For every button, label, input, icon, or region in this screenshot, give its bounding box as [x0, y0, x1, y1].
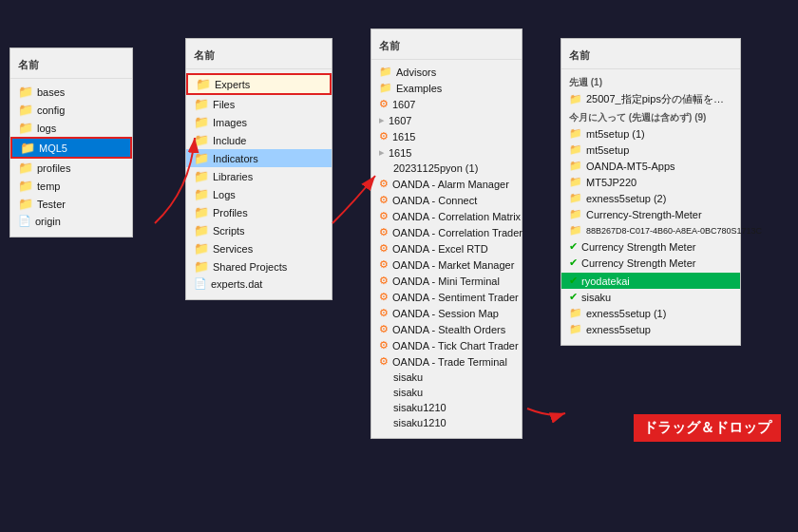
- gear-icon: ⚙: [379, 194, 389, 206]
- panel3-item-session-map[interactable]: ⚙ OANDA - Session Map: [371, 305, 522, 321]
- panel4-item-mt5jp220[interactable]: 📁 MT5JP220: [561, 174, 740, 190]
- file-icon: 📄: [18, 215, 31, 227]
- gear-icon: ⚙: [379, 323, 389, 335]
- folder-icon: 📁: [18, 197, 33, 211]
- panel3-item-tick-chart[interactable]: ⚙ OANDA - Tick Chart Trader: [371, 337, 522, 353]
- folder-icon: 📁: [379, 66, 392, 78]
- panel3-item-sisaku1210b[interactable]: sisaku1210: [371, 415, 522, 430]
- panel2-item-services[interactable]: 📁 Services: [186, 239, 332, 257]
- panel1-header: 名前: [10, 56, 132, 79]
- panel2-item-scripts[interactable]: 📁 Scripts: [186, 221, 332, 239]
- panel3-item-sisaku2[interactable]: sisaku: [371, 385, 522, 400]
- panel3-item-corr-trader[interactable]: ⚙ OANDA - Correlation Trader: [371, 224, 522, 240]
- panel2-item-include[interactable]: 📁 Include: [186, 131, 332, 149]
- folder-icon: 📁: [569, 93, 582, 105]
- panel1-item-temp[interactable]: 📁 temp: [10, 177, 132, 195]
- panel2-item-images[interactable]: 📁 Images: [186, 113, 332, 131]
- panel3-item-sisaku1[interactable]: sisaku: [371, 370, 522, 385]
- folder-icon: 📁: [569, 192, 582, 204]
- gear-icon: ⚙: [379, 178, 389, 190]
- panel2-item-libraries[interactable]: 📁 Libraries: [186, 167, 332, 185]
- gear-icon: ⚙: [379, 226, 389, 238]
- panel3-item-20231125pyon[interactable]: 20231125pyon (1): [371, 161, 522, 176]
- folder-icon: 📁: [194, 133, 209, 147]
- panel4-item-exness1a[interactable]: 📁 exness5setup (1): [561, 305, 740, 321]
- panel3-item-stealth[interactable]: ⚙ OANDA - Stealth Orders: [371, 321, 522, 337]
- folder-icon: 📁: [18, 121, 33, 135]
- check-icon: ✔: [569, 275, 578, 287]
- folder-icon: 📁: [194, 169, 209, 183]
- gear-icon: ⚙: [379, 275, 389, 287]
- panel1-item-bases[interactable]: 📁 bases: [10, 83, 132, 101]
- panel4-item-exness2[interactable]: 📁 exness5setup (2): [561, 190, 740, 206]
- panel1-item-origin[interactable]: 📄 origin: [10, 213, 132, 229]
- folder-icon: 📁: [18, 179, 33, 193]
- panel3-item-mini-terminal[interactable]: ⚙ OANDA - Mini Terminal: [371, 273, 522, 289]
- panel4-item-currency-strength-meter2[interactable]: ✔ Currency Strength Meter: [561, 255, 740, 271]
- folder-icon: 📁: [379, 82, 392, 94]
- panel3-header: 名前: [371, 37, 522, 60]
- panel3-item-examples[interactable]: 📁 Examples: [371, 80, 522, 96]
- folder-icon: 📁: [569, 127, 582, 140]
- panel2-item-experts[interactable]: 📁 Experts: [186, 73, 332, 95]
- panel4-item-mt5setup2[interactable]: 📁 mt5setup: [561, 142, 740, 158]
- panel2: 名前 📁 Experts 📁 Files 📁 Images 📁 Include …: [185, 38, 332, 300]
- check-icon: ✔: [569, 240, 578, 253]
- panel3-item-1607b[interactable]: ▸ 1607: [371, 112, 522, 128]
- check-icon: ✔: [569, 291, 578, 303]
- panel2-item-shared-projects[interactable]: 📁 Shared Projects: [186, 257, 332, 276]
- panel4-item-mt5setup1[interactable]: 📁 mt5setup (1): [561, 125, 740, 142]
- panel3-item-corr-matrix[interactable]: ⚙ OANDA - Correlation Matrix: [371, 208, 522, 224]
- panel4-item-25007[interactable]: 📁 25007_指定pips分の値幅を示すバーをチャート上に...: [561, 90, 740, 108]
- panel2-item-experts-dat[interactable]: 📄 experts.dat: [186, 276, 332, 292]
- folder-icon: 📁: [196, 77, 211, 91]
- folder-icon: 📁: [18, 85, 33, 99]
- panel2-item-profiles[interactable]: 📁 Profiles: [186, 203, 332, 221]
- panel3-item-market-mgr[interactable]: ⚙ OANDA - Market Manager: [371, 256, 522, 273]
- panel1-item-mql5[interactable]: 📁 MQL5: [10, 137, 132, 159]
- panel2-item-logs[interactable]: 📁 Logs: [186, 185, 332, 203]
- folder-icon: 📁: [194, 205, 209, 219]
- panel1-item-logs[interactable]: 📁 logs: [10, 119, 132, 137]
- panel1: 名前 📁 bases 📁 config 📁 logs 📁 MQL5 📁 prof…: [10, 48, 133, 238]
- panel4-item-oanda-mt5[interactable]: 📁 OANDA-MT5-Apps: [561, 158, 740, 174]
- ryodatekai-row[interactable]: ✔ ryodatekai: [561, 273, 740, 289]
- panel3-item-1615a[interactable]: ⚙ 1615: [371, 128, 522, 144]
- panel1-item-tester[interactable]: 📁 Tester: [10, 195, 132, 213]
- panel3-item-1607a[interactable]: ⚙ 1607: [371, 96, 522, 112]
- folder-icon: 📁: [194, 115, 209, 129]
- panel3-item-advisors[interactable]: 📁 Advisors: [371, 64, 522, 80]
- gear-icon: ⚙: [379, 339, 389, 352]
- section-header-last-week: 先週 (1): [561, 73, 740, 90]
- panel3-item-excel-rtd[interactable]: ⚙ OANDA - Excel RTD: [371, 240, 522, 256]
- panel4-item-exness1b[interactable]: 📁 exness5setup: [561, 321, 740, 337]
- panel4-item-sisaku[interactable]: ✔ sisaku: [561, 289, 740, 305]
- panel4: 名前 先週 (1) 📁 25007_指定pips分の値幅を示すバーをチャート上に…: [560, 38, 741, 346]
- blank-icon: ▸: [379, 114, 385, 126]
- folder-icon: 📁: [569, 208, 582, 220]
- panel3-item-trade-terminal[interactable]: ⚙ OANDA - Trade Terminal: [371, 353, 522, 370]
- panel3-item-1615b[interactable]: ▸ 1615: [371, 144, 522, 161]
- panel3-item-alarm[interactable]: ⚙ OANDA - Alarm Manager: [371, 176, 522, 192]
- panel4-item-currency-strength-meter1[interactable]: ✔ Currency Strength Meter: [561, 238, 740, 255]
- panel4-item-currency-strength-meter-folder[interactable]: 📁 Currency-Strength-Meter: [561, 206, 740, 222]
- panel2-item-files[interactable]: 📁 Files: [186, 95, 332, 113]
- panel1-item-config[interactable]: 📁 config: [10, 101, 132, 119]
- folder-icon: 📁: [569, 224, 582, 237]
- gear-icon: ⚙: [379, 130, 389, 142]
- gear-icon: ⚙: [379, 258, 389, 271]
- folder-icon: 📁: [569, 307, 582, 319]
- folder-icon: 📁: [18, 161, 33, 175]
- panel2-item-indicators[interactable]: 📁 Indicators: [186, 149, 332, 167]
- panel2-header: 名前: [186, 47, 332, 69]
- gear-icon: ⚙: [379, 307, 389, 319]
- panel4-item-guid[interactable]: 📁 88B267D8-C017-4B60-A8EA-0BC780S1713C: [561, 222, 740, 238]
- panel1-item-profiles[interactable]: 📁 profiles: [10, 159, 132, 177]
- panel3-item-sentiment[interactable]: ⚙ OANDA - Sentiment Trader: [371, 289, 522, 305]
- folder-icon: 📁: [18, 103, 33, 117]
- file-icon: 📄: [194, 277, 207, 290]
- folder-icon: 📁: [194, 223, 209, 238]
- panel3-item-connect[interactable]: ⚙ OANDA - Connect: [371, 192, 522, 208]
- panel3-item-sisaku1210a[interactable]: sisaku1210: [371, 400, 522, 415]
- section-header-this-month: 今月に入って (先週は含めず) (9): [561, 108, 740, 125]
